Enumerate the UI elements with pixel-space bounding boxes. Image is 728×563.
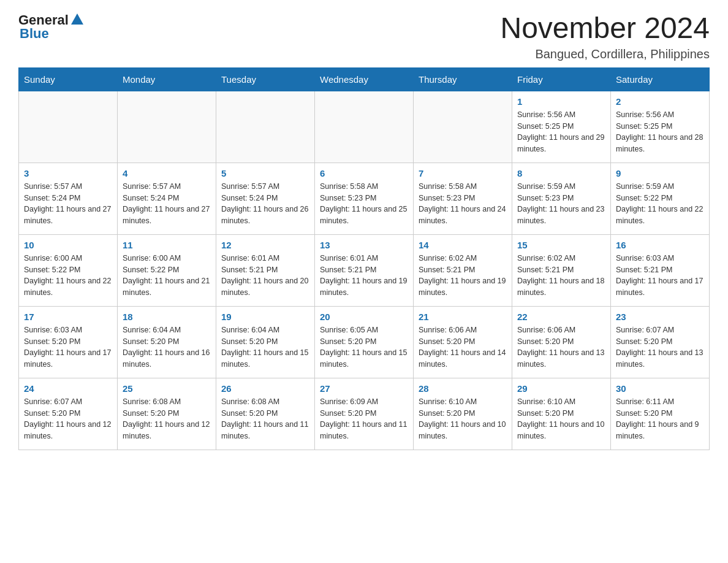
calendar-cell: 16Sunrise: 6:03 AMSunset: 5:21 PMDayligh… — [611, 234, 710, 306]
day-number: 13 — [320, 240, 408, 250]
calendar-cell: 9Sunrise: 5:59 AMSunset: 5:22 PMDaylight… — [611, 163, 710, 234]
page-header: General Blue November 2024 Bangued, Cord… — [18, 12, 710, 61]
calendar-cell: 1Sunrise: 5:56 AMSunset: 5:25 PMDaylight… — [512, 91, 611, 163]
calendar-cell: 22Sunrise: 6:06 AMSunset: 5:20 PMDayligh… — [512, 306, 611, 378]
logo: General Blue — [18, 12, 83, 42]
calendar-cell: 12Sunrise: 6:01 AMSunset: 5:21 PMDayligh… — [216, 234, 315, 306]
day-info: Sunrise: 5:57 AMSunset: 5:24 PMDaylight:… — [123, 181, 211, 227]
calendar-cell: 2Sunrise: 5:56 AMSunset: 5:25 PMDaylight… — [611, 91, 710, 163]
calendar-cell — [216, 91, 315, 163]
day-number: 20 — [320, 312, 408, 322]
day-info: Sunrise: 6:06 AMSunset: 5:20 PMDaylight:… — [419, 324, 507, 370]
calendar-cell: 10Sunrise: 6:00 AMSunset: 5:22 PMDayligh… — [19, 234, 118, 306]
day-info: Sunrise: 6:07 AMSunset: 5:20 PMDaylight:… — [24, 396, 112, 442]
day-number: 22 — [517, 312, 605, 322]
calendar-cell: 20Sunrise: 6:05 AMSunset: 5:20 PMDayligh… — [315, 306, 414, 378]
day-info: Sunrise: 5:56 AMSunset: 5:25 PMDaylight:… — [616, 109, 704, 155]
day-info: Sunrise: 6:01 AMSunset: 5:21 PMDaylight:… — [320, 253, 408, 299]
calendar-cell: 30Sunrise: 6:11 AMSunset: 5:20 PMDayligh… — [611, 378, 710, 450]
day-number: 8 — [517, 168, 605, 178]
day-info: Sunrise: 6:03 AMSunset: 5:21 PMDaylight:… — [616, 253, 704, 299]
day-info: Sunrise: 6:09 AMSunset: 5:20 PMDaylight:… — [320, 396, 408, 442]
day-number: 9 — [616, 168, 704, 178]
page-title: November 2024 — [500, 12, 710, 45]
calendar-day-header-wednesday: Wednesday — [315, 67, 414, 91]
day-number: 30 — [616, 383, 704, 394]
day-number: 6 — [320, 168, 408, 178]
page-subtitle: Bangued, Cordillera, Philippines — [500, 47, 710, 61]
day-number: 11 — [123, 240, 211, 250]
day-info: Sunrise: 6:03 AMSunset: 5:20 PMDaylight:… — [24, 324, 112, 370]
calendar-body: 1Sunrise: 5:56 AMSunset: 5:25 PMDaylight… — [19, 91, 710, 450]
calendar-cell: 29Sunrise: 6:10 AMSunset: 5:20 PMDayligh… — [512, 378, 611, 450]
day-info: Sunrise: 6:10 AMSunset: 5:20 PMDaylight:… — [517, 396, 605, 442]
day-info: Sunrise: 6:06 AMSunset: 5:20 PMDaylight:… — [517, 324, 605, 370]
day-info: Sunrise: 6:02 AMSunset: 5:21 PMDaylight:… — [517, 253, 605, 299]
day-info: Sunrise: 6:08 AMSunset: 5:20 PMDaylight:… — [221, 396, 309, 442]
day-number: 28 — [419, 383, 507, 394]
calendar-cell — [315, 91, 414, 163]
calendar-cell: 8Sunrise: 5:59 AMSunset: 5:23 PMDaylight… — [512, 163, 611, 234]
day-number: 25 — [123, 383, 211, 394]
day-info: Sunrise: 6:05 AMSunset: 5:20 PMDaylight:… — [320, 324, 408, 370]
calendar-cell — [414, 91, 512, 163]
calendar-day-header-saturday: Saturday — [611, 67, 710, 91]
day-info: Sunrise: 6:04 AMSunset: 5:20 PMDaylight:… — [221, 324, 309, 370]
day-info: Sunrise: 5:57 AMSunset: 5:24 PMDaylight:… — [24, 181, 112, 227]
day-info: Sunrise: 5:57 AMSunset: 5:24 PMDaylight:… — [221, 181, 309, 227]
calendar-table: SundayMondayTuesdayWednesdayThursdayFrid… — [18, 67, 710, 450]
day-info: Sunrise: 6:00 AMSunset: 5:22 PMDaylight:… — [123, 253, 211, 299]
calendar-cell: 11Sunrise: 6:00 AMSunset: 5:22 PMDayligh… — [118, 234, 216, 306]
calendar-cell: 24Sunrise: 6:07 AMSunset: 5:20 PMDayligh… — [19, 378, 118, 450]
day-info: Sunrise: 6:11 AMSunset: 5:20 PMDaylight:… — [616, 396, 704, 442]
day-number: 5 — [221, 168, 309, 178]
calendar-week-row-1: 1Sunrise: 5:56 AMSunset: 5:25 PMDaylight… — [19, 91, 710, 163]
day-number: 21 — [419, 312, 507, 322]
calendar-cell: 27Sunrise: 6:09 AMSunset: 5:20 PMDayligh… — [315, 378, 414, 450]
day-number: 27 — [320, 383, 408, 394]
day-info: Sunrise: 5:59 AMSunset: 5:22 PMDaylight:… — [616, 181, 704, 227]
calendar-day-header-tuesday: Tuesday — [216, 67, 315, 91]
title-area: November 2024 Bangued, Cordillera, Phili… — [500, 12, 710, 61]
calendar-week-row-2: 3Sunrise: 5:57 AMSunset: 5:24 PMDaylight… — [19, 163, 710, 234]
day-info: Sunrise: 5:59 AMSunset: 5:23 PMDaylight:… — [517, 181, 605, 227]
calendar-day-header-monday: Monday — [118, 67, 216, 91]
calendar-cell: 18Sunrise: 6:04 AMSunset: 5:20 PMDayligh… — [118, 306, 216, 378]
day-number: 17 — [24, 312, 112, 322]
calendar-cell: 15Sunrise: 6:02 AMSunset: 5:21 PMDayligh… — [512, 234, 611, 306]
day-info: Sunrise: 6:10 AMSunset: 5:20 PMDaylight:… — [419, 396, 507, 442]
day-number: 18 — [123, 312, 211, 322]
day-info: Sunrise: 6:08 AMSunset: 5:20 PMDaylight:… — [123, 396, 211, 442]
calendar-cell: 26Sunrise: 6:08 AMSunset: 5:20 PMDayligh… — [216, 378, 315, 450]
calendar-cell — [19, 91, 118, 163]
calendar-cell — [118, 91, 216, 163]
day-info: Sunrise: 5:56 AMSunset: 5:25 PMDaylight:… — [517, 109, 605, 155]
calendar-cell: 14Sunrise: 6:02 AMSunset: 5:21 PMDayligh… — [414, 234, 512, 306]
calendar-week-row-3: 10Sunrise: 6:00 AMSunset: 5:22 PMDayligh… — [19, 234, 710, 306]
day-number: 1 — [517, 96, 605, 107]
calendar-cell: 19Sunrise: 6:04 AMSunset: 5:20 PMDayligh… — [216, 306, 315, 378]
logo-blue-text: Blue — [18, 26, 49, 42]
calendar-cell: 6Sunrise: 5:58 AMSunset: 5:23 PMDaylight… — [315, 163, 414, 234]
day-number: 19 — [221, 312, 309, 322]
day-number: 23 — [616, 312, 704, 322]
calendar-header-row: SundayMondayTuesdayWednesdayThursdayFrid… — [19, 67, 710, 91]
calendar-cell: 17Sunrise: 6:03 AMSunset: 5:20 PMDayligh… — [19, 306, 118, 378]
calendar-cell: 7Sunrise: 5:58 AMSunset: 5:23 PMDaylight… — [414, 163, 512, 234]
logo-triangle-icon — [71, 13, 83, 25]
calendar-cell: 4Sunrise: 5:57 AMSunset: 5:24 PMDaylight… — [118, 163, 216, 234]
day-number: 26 — [221, 383, 309, 394]
calendar-week-row-5: 24Sunrise: 6:07 AMSunset: 5:20 PMDayligh… — [19, 378, 710, 450]
day-info: Sunrise: 6:07 AMSunset: 5:20 PMDaylight:… — [616, 324, 704, 370]
day-info: Sunrise: 5:58 AMSunset: 5:23 PMDaylight:… — [320, 181, 408, 227]
calendar-day-header-friday: Friday — [512, 67, 611, 91]
day-number: 24 — [24, 383, 112, 394]
day-number: 7 — [419, 168, 507, 178]
calendar-day-header-sunday: Sunday — [19, 67, 118, 91]
calendar-cell: 28Sunrise: 6:10 AMSunset: 5:20 PMDayligh… — [414, 378, 512, 450]
day-number: 16 — [616, 240, 704, 250]
day-number: 10 — [24, 240, 112, 250]
day-number: 3 — [24, 168, 112, 178]
calendar-cell: 13Sunrise: 6:01 AMSunset: 5:21 PMDayligh… — [315, 234, 414, 306]
calendar-cell: 23Sunrise: 6:07 AMSunset: 5:20 PMDayligh… — [611, 306, 710, 378]
